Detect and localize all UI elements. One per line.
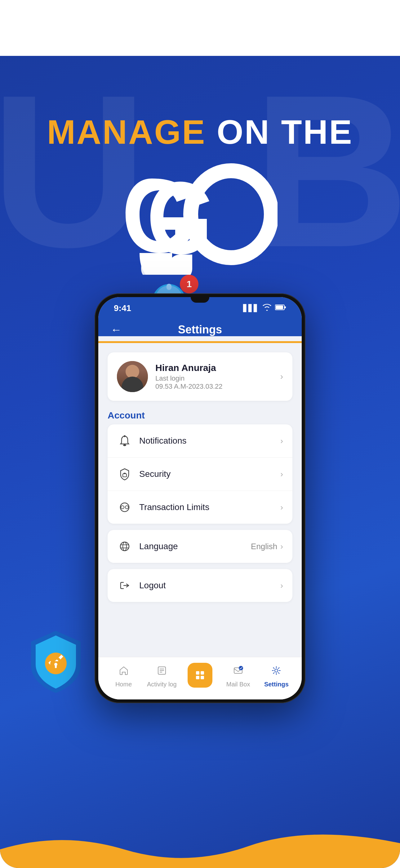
nav-item-home[interactable]: Home bbox=[108, 665, 139, 688]
profile-info: Hiran Anuraja Last login 09.53 A.M-2023.… bbox=[155, 363, 223, 391]
menu-item-logout[interactable]: Logout › bbox=[108, 569, 292, 602]
svg-point-36 bbox=[275, 669, 278, 672]
notifications-icon bbox=[117, 433, 132, 448]
wifi-icon bbox=[263, 304, 271, 313]
settings-icon bbox=[271, 665, 281, 678]
security-label: Security bbox=[139, 469, 280, 479]
nav-item-activity[interactable]: Activity log bbox=[146, 665, 177, 688]
menu-item-transaction-limits[interactable]: Transaction Limits › bbox=[108, 491, 292, 524]
hero-background: U B 1 bbox=[0, 0, 400, 868]
account-section-label: Account bbox=[108, 410, 292, 421]
orange-wave bbox=[0, 831, 400, 868]
nav-item-settings[interactable]: Settings bbox=[261, 665, 292, 688]
profile-name: Hiran Anuraja bbox=[155, 363, 223, 373]
tagline-orange: MANAGE bbox=[47, 113, 206, 151]
tagline: MANAGE ON THE bbox=[47, 113, 353, 151]
profile-last-login-date: 09.53 A.M-2023.03.22 bbox=[155, 382, 223, 391]
security-icon bbox=[117, 466, 132, 482]
menu-card-account: Notifications › bbox=[108, 424, 292, 524]
go-logo bbox=[47, 157, 353, 275]
settings-label: Settings bbox=[264, 681, 289, 688]
go-logo-svg bbox=[123, 157, 277, 275]
svg-point-19 bbox=[121, 506, 124, 509]
phone-notch bbox=[191, 297, 209, 303]
home-label: Home bbox=[115, 681, 132, 688]
app-header: ← Settings bbox=[98, 317, 302, 336]
profile-card[interactable]: Hiran Anuraja Last login 09.53 A.M-2023.… bbox=[108, 352, 292, 401]
nav-item-mailbox[interactable]: Mail Box bbox=[223, 665, 254, 688]
profile-chevron: › bbox=[280, 372, 283, 381]
language-value: English bbox=[251, 542, 277, 551]
battery-icon bbox=[275, 304, 286, 312]
svg-rect-32 bbox=[196, 676, 199, 679]
shield-decoration bbox=[25, 628, 87, 697]
app-content: Hiran Anuraja Last login 09.53 A.M-2023.… bbox=[98, 343, 302, 657]
svg-point-20 bbox=[125, 506, 128, 509]
bottom-nav: Home Activity log bbox=[98, 657, 302, 700]
svg-rect-14 bbox=[285, 306, 286, 308]
activity-label: Activity log bbox=[147, 681, 177, 688]
dashboard-icon-active bbox=[188, 663, 212, 688]
logout-chevron: › bbox=[280, 581, 283, 590]
menu-item-notifications[interactable]: Notifications › bbox=[108, 424, 292, 458]
transaction-limits-label: Transaction Limits bbox=[139, 502, 280, 512]
svg-rect-6 bbox=[167, 284, 171, 290]
notification-badge: 1 bbox=[180, 275, 198, 293]
phone-screen: 9:41 ▋▋▋ bbox=[98, 297, 302, 700]
svg-point-21 bbox=[120, 542, 129, 551]
top-white-space bbox=[0, 0, 400, 56]
avatar-image bbox=[117, 361, 148, 392]
language-chevron: › bbox=[280, 542, 283, 551]
mail-icon bbox=[233, 665, 243, 678]
profile-left: Hiran Anuraja Last login 09.53 A.M-2023.… bbox=[117, 361, 223, 392]
screen-title: Settings bbox=[178, 323, 222, 336]
signal-icon: ▋▋▋ bbox=[243, 304, 259, 312]
svg-point-35 bbox=[239, 666, 243, 670]
mailbox-label: Mail Box bbox=[226, 681, 250, 688]
language-icon bbox=[117, 538, 132, 554]
hero-header: MANAGE ON THE bbox=[28, 113, 371, 275]
logout-label: Logout bbox=[139, 581, 280, 590]
phone-outer: 9:41 ▋▋▋ bbox=[95, 293, 305, 703]
menu-item-security[interactable]: Security › bbox=[108, 458, 292, 491]
avatar bbox=[117, 361, 148, 392]
home-icon bbox=[119, 665, 129, 678]
nav-item-dashboard[interactable] bbox=[185, 663, 215, 690]
transaction-limits-icon bbox=[117, 499, 132, 515]
status-time: 9:41 bbox=[114, 303, 131, 313]
transaction-limits-chevron: › bbox=[280, 503, 283, 512]
phone-mockup: 9:41 ▋▋▋ bbox=[95, 293, 305, 703]
profile-last-login-label: Last login bbox=[155, 374, 223, 382]
svg-rect-10 bbox=[55, 665, 57, 668]
activity-icon bbox=[157, 665, 167, 678]
svg-rect-13 bbox=[276, 306, 283, 309]
status-icons: ▋▋▋ bbox=[243, 304, 286, 313]
back-button[interactable]: ← bbox=[111, 323, 122, 336]
svg-point-15 bbox=[124, 435, 126, 437]
notifications-label: Notifications bbox=[139, 436, 280, 446]
svg-point-16 bbox=[123, 444, 126, 446]
logout-icon bbox=[117, 578, 132, 593]
menu-item-language[interactable]: Language English › bbox=[108, 530, 292, 563]
svg-rect-31 bbox=[201, 671, 204, 675]
svg-point-18 bbox=[120, 503, 129, 512]
svg-rect-30 bbox=[196, 671, 199, 675]
language-label: Language bbox=[139, 541, 251, 551]
tagline-white: ON THE bbox=[206, 113, 353, 151]
notifications-chevron: › bbox=[280, 436, 283, 446]
svg-rect-33 bbox=[201, 676, 204, 679]
svg-point-22 bbox=[123, 542, 127, 551]
svg-rect-17 bbox=[123, 474, 127, 477]
shield-icon bbox=[25, 628, 87, 696]
security-chevron: › bbox=[280, 469, 283, 479]
avatar-body bbox=[122, 377, 143, 392]
